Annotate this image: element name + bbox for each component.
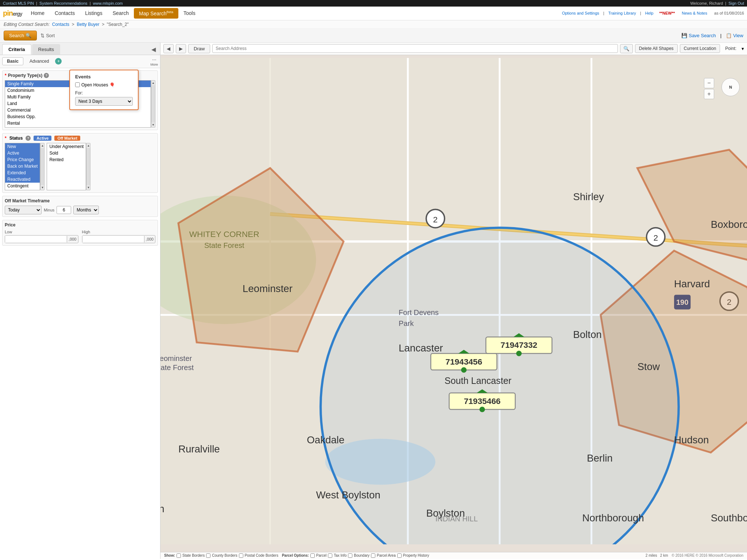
off-market-value-input[interactable] xyxy=(57,206,71,214)
criteria-scroll[interactable]: Events Open Houses 🎈 For: Next 3 Days To… xyxy=(0,68,160,559)
system-recommendations-link[interactable]: System Recommendations xyxy=(39,1,87,5)
status-right-listbox[interactable]: Under Agreement Sold Rented xyxy=(47,143,86,190)
sort-button[interactable]: ⇅ Sort xyxy=(40,33,55,38)
price-high-group: High ,000 xyxy=(82,230,156,243)
scale-2km: 2 km xyxy=(660,553,668,557)
list-item[interactable]: Price Change xyxy=(5,156,40,163)
map-draw-button[interactable]: Draw xyxy=(188,44,210,53)
list-item[interactable]: Sold xyxy=(47,150,86,156)
scroll-up-button[interactable]: ▲ xyxy=(86,143,90,148)
parcel-area-checkbox[interactable] xyxy=(371,553,375,558)
options-link[interactable]: Options and Settings xyxy=(562,11,599,15)
sub-tab-basic[interactable]: Basic xyxy=(2,57,23,65)
tab-results[interactable]: Results xyxy=(32,44,60,55)
parcel-checkbox[interactable] xyxy=(310,553,315,558)
map-area[interactable]: ◀ ▶ Draw 🔍 Delete All Shapes Current Loc… xyxy=(160,43,747,559)
current-location-button[interactable]: Current Location xyxy=(680,44,720,53)
list-item[interactable]: Reactivated xyxy=(5,176,40,183)
list-item[interactable]: Contingent xyxy=(5,183,40,189)
more-button[interactable]: ··· More xyxy=(150,57,158,66)
svg-text:Lancaster: Lancaster xyxy=(399,342,443,354)
add-tab-button[interactable]: + xyxy=(55,58,62,65)
list-item[interactable]: Rental xyxy=(5,120,151,127)
status-required-star: * xyxy=(5,136,7,141)
map-point-label: Point: xyxy=(722,44,739,52)
events-duration-select[interactable]: Next 3 Days Today This Weekend Next 7 Da… xyxy=(75,97,133,106)
scroll-up-button[interactable]: ▲ xyxy=(40,143,44,148)
status-left-listbox[interactable]: New Active Price Change Back on Market E… xyxy=(5,143,40,190)
map-canvas[interactable]: 2 2 2 190 WHITEY CORNER State Forest xyxy=(160,58,747,544)
tax-info-checkbox[interactable] xyxy=(328,553,332,558)
training-link[interactable]: Training Library xyxy=(608,11,636,15)
list-item[interactable]: Back on Market xyxy=(5,163,40,170)
map-credits: © 2016 HERE © 2016 Microsoft Corporation xyxy=(672,553,744,557)
sub-tab-advanced[interactable]: Advanced xyxy=(25,57,54,65)
scroll-track xyxy=(40,148,44,185)
list-item[interactable]: Business Opp. xyxy=(5,113,151,120)
scroll-down-button[interactable]: ▼ xyxy=(151,122,155,127)
for-label: For: xyxy=(75,90,133,96)
delete-shapes-button[interactable]: Delete All Shapes xyxy=(635,44,678,53)
breadcrumb-contacts[interactable]: Contacts xyxy=(52,22,69,27)
collapse-panel-button[interactable]: ◀ xyxy=(149,44,158,54)
map-back-button[interactable]: ◀ xyxy=(163,44,174,53)
svg-text:Hudson: Hudson xyxy=(674,434,709,446)
status-right-scrollbar[interactable]: ▲ ▼ xyxy=(86,143,90,190)
svg-text:Shirley: Shirley xyxy=(573,191,604,202)
svg-rect-15 xyxy=(674,295,690,309)
scroll-down-button[interactable]: ▼ xyxy=(40,185,44,190)
help-link[interactable]: Help xyxy=(645,11,654,15)
nav-contacts[interactable]: Contacts xyxy=(50,8,80,18)
state-borders-checkbox[interactable] xyxy=(177,553,181,558)
sign-out-link[interactable]: Sign Out xyxy=(728,1,744,5)
view-link[interactable]: 📋 View xyxy=(726,33,743,38)
nav-map-search[interactable]: Map SearchBeta xyxy=(134,8,178,19)
list-item[interactable]: Under Agreement xyxy=(47,143,86,150)
search-button[interactable]: Search 🔍 xyxy=(4,31,37,40)
scroll-down-button[interactable]: ▼ xyxy=(86,185,90,190)
price-low-input[interactable] xyxy=(5,236,67,243)
logo-suffix: ergy xyxy=(13,11,22,17)
svg-text:Holden: Holden xyxy=(160,503,165,514)
map-forward-button[interactable]: ▶ xyxy=(176,44,186,53)
list-item[interactable]: Mobile Home xyxy=(5,127,151,128)
save-search-link[interactable]: 💾 Save Search xyxy=(681,33,716,38)
list-item[interactable]: New xyxy=(5,143,40,150)
status-right-wrap: Under Agreement Sold Rented ▲ ▼ xyxy=(47,143,90,190)
property-type-scrollbar[interactable]: ▲ ▼ xyxy=(151,80,155,128)
nav-home[interactable]: Home xyxy=(26,8,50,18)
contact-mls-pin-link[interactable]: Contact MLS PIN xyxy=(3,1,34,5)
scroll-up-button[interactable]: ▲ xyxy=(151,81,155,85)
off-market-period-select[interactable]: Months Weeks Days xyxy=(73,206,99,214)
property-type-help-icon[interactable]: ? xyxy=(44,73,49,78)
tab-bar: Criteria Results ◀ xyxy=(0,43,160,55)
postal-borders-checkbox[interactable] xyxy=(239,553,243,558)
property-history-checkbox[interactable] xyxy=(397,553,402,558)
zoom-out-button[interactable]: − xyxy=(704,78,714,88)
off-market-from-select[interactable]: Today Yesterday Last 7 Days Last 30 Days xyxy=(5,206,42,214)
map-point-dropdown-icon[interactable]: ▾ xyxy=(742,46,744,51)
map-search-input[interactable] xyxy=(212,44,618,53)
nav-listings[interactable]: Listings xyxy=(80,8,107,18)
status-help-icon[interactable]: ? xyxy=(26,136,31,141)
news-link[interactable]: News & Notes xyxy=(682,11,707,15)
nav-tools[interactable]: Tools xyxy=(178,8,201,18)
breadcrumb-contact-name[interactable]: Betty Buyer xyxy=(77,22,99,27)
map-search-button[interactable]: 🔍 xyxy=(620,44,633,53)
county-borders-checkbox[interactable] xyxy=(206,553,210,558)
price-high-input[interactable] xyxy=(82,236,144,243)
zoom-in-button[interactable]: + xyxy=(704,89,714,99)
boundary-checkbox[interactable] xyxy=(348,553,352,558)
open-houses-checkbox[interactable] xyxy=(75,82,80,87)
list-item[interactable]: Active xyxy=(5,150,40,156)
status-left-scrollbar[interactable]: ▲ ▼ xyxy=(40,143,44,190)
mlspin-link[interactable]: www.mlspin.com xyxy=(93,1,123,5)
tab-criteria[interactable]: Criteria xyxy=(2,44,31,55)
price-section: Price Low ,000 High ,000 xyxy=(2,220,158,246)
nav-search[interactable]: Search xyxy=(108,8,134,18)
price-high-suffix: ,000 xyxy=(144,236,155,242)
boundary-label: Boundary xyxy=(354,553,369,557)
map-compass[interactable]: N xyxy=(721,78,740,96)
list-item[interactable]: Rented xyxy=(47,156,86,163)
list-item[interactable]: Extended xyxy=(5,170,40,176)
